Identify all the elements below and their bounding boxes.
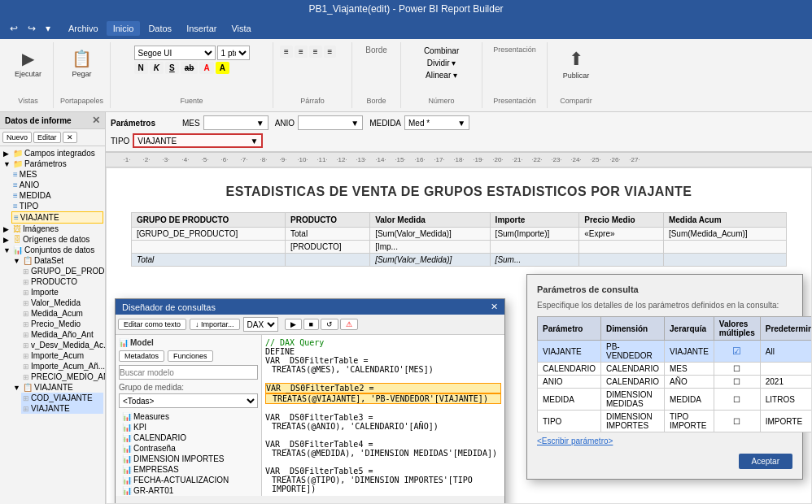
ejecutar-button[interactable]: ▶ Ejecutar: [10, 46, 46, 81]
tree-measures[interactable]: 📊Measures: [119, 411, 258, 422]
param-medida[interactable]: ≡ MEDIDA: [11, 190, 103, 201]
param-tipo[interactable]: ≡ TIPO: [11, 201, 103, 211]
tree-gr-art01[interactable]: 📊GR-ART01: [119, 485, 258, 496]
params-row-medida[interactable]: MEDIDA DIMENSION MEDIDAS MEDIDA ☐ LITROS: [538, 389, 813, 411]
tree-item-imagenes[interactable]: ▶ 🖼 Imágenes: [2, 224, 103, 234]
tree-calendario[interactable]: 📊CALENDARIO: [119, 432, 258, 443]
param-viajante[interactable]: ≡ VIAJANTE: [11, 211, 103, 224]
field-producto[interactable]: ⊞PRODUCTO: [21, 276, 103, 287]
medida-dropdown[interactable]: Med *▼: [404, 115, 469, 130]
highlight-button[interactable]: A: [216, 62, 229, 74]
justify-button[interactable]: ≡: [324, 46, 337, 58]
cancel-query-btn[interactable]: ■: [303, 319, 319, 330]
bold-button[interactable]: N: [134, 62, 148, 74]
align-right-button[interactable]: ≡: [309, 46, 322, 58]
tipo-dropdown[interactable]: VIAJANTE▼: [133, 133, 263, 148]
param-multi-calendario[interactable]: ☐: [714, 363, 760, 376]
refresh-btn[interactable]: ↺: [321, 319, 338, 330]
mes-dropdown[interactable]: ▼: [203, 115, 268, 130]
field-importe-acum-an[interactable]: ⊞Importe_Acum_Añ...: [21, 361, 103, 371]
qd-close[interactable]: ✕: [491, 302, 498, 312]
panel-close[interactable]: ✕: [92, 115, 100, 126]
menu-inicio[interactable]: Inicio: [107, 21, 141, 36]
font-color-button[interactable]: A: [199, 62, 213, 74]
field-precio-medio-ano[interactable]: ⊞PRECIO_MEDIO_AÑO...: [21, 371, 103, 382]
font-size-select[interactable]: 1 pto: [217, 46, 250, 60]
menu-vista[interactable]: Vista: [225, 21, 257, 36]
dividir-button[interactable]: Dividir ▾: [424, 58, 460, 68]
expand-origenes[interactable]: ▶: [3, 236, 11, 244]
add-param-link[interactable]: <Escribir parámetro>: [537, 437, 613, 445]
expand-parametros[interactable]: ▼: [3, 160, 11, 168]
param-multi-medida[interactable]: ☐: [714, 389, 760, 411]
params-row-viajante[interactable]: VIAJANTE PB-VENDEDOR VIAJANTE ☑ All: [538, 341, 813, 363]
accept-button[interactable]: Aceptar: [739, 454, 792, 469]
menu-archivo[interactable]: Archivo: [62, 21, 105, 36]
param-multi-anio[interactable]: ☐: [714, 376, 760, 389]
field-viajante[interactable]: ⊞VIAJANTE: [21, 403, 103, 414]
delete-button[interactable]: ✕: [63, 132, 77, 143]
group-select[interactable]: <Todas>: [119, 393, 258, 408]
functions-btn[interactable]: Funciones: [168, 350, 213, 362]
strikethrough-button[interactable]: ab: [181, 62, 199, 74]
tree-contrasena[interactable]: 📊Contraseña: [119, 443, 258, 454]
field-cod-viajante[interactable]: ⊞COD_VIAJANTE: [21, 393, 103, 403]
tree-dim-importes[interactable]: 📊DIMENSION IMPORTES: [119, 454, 258, 464]
search-model-input[interactable]: [119, 365, 258, 380]
expand-campos[interactable]: ▶: [3, 150, 11, 158]
tree-empresas[interactable]: 📊EMPRESAS: [119, 464, 258, 475]
underline-button[interactable]: S: [165, 62, 179, 74]
params-row-tipo[interactable]: TIPO DIMENSION IMPORTES TIPO IMPORTE ☐ I…: [538, 411, 813, 432]
dropdown-icon[interactable]: ▾: [42, 21, 54, 36]
param-multi-tipo[interactable]: ☐: [714, 411, 760, 432]
field-medida-acum[interactable]: ⊞Medida_Acum: [21, 308, 103, 319]
align-center-button[interactable]: ≡: [295, 46, 308, 58]
import-btn[interactable]: ↓ Importar...: [190, 319, 240, 330]
italic-button[interactable]: K: [150, 62, 164, 74]
font-family-select[interactable]: Segoe UI: [134, 46, 216, 60]
expand-conjuntos[interactable]: ▼: [3, 246, 11, 254]
anio-dropdown[interactable]: ▼: [298, 115, 363, 130]
tree-item-parametros[interactable]: ▼ 📁 Parámetros: [2, 159, 103, 169]
param-anio[interactable]: ≡ ANIO: [11, 180, 103, 190]
params-row-calendario[interactable]: CALENDARIO CALENDARIO MES ☐: [538, 363, 813, 376]
language-select[interactable]: DAX: [243, 317, 278, 332]
undo-icon[interactable]: ↩: [7, 21, 21, 36]
field-importe[interactable]: ⊞Importe: [21, 287, 103, 298]
new-button[interactable]: Nuevo: [2, 132, 32, 143]
tree-item-campos[interactable]: ▶ 📁 Campos integrados: [2, 148, 103, 159]
align-left-button[interactable]: ≡: [280, 46, 293, 58]
field-grupo[interactable]: ⊞GRUPO_DE_PRODUC...: [21, 266, 103, 276]
edit-as-text-btn[interactable]: Editar como texto: [118, 319, 186, 330]
run-query-btn[interactable]: ▶: [285, 319, 302, 330]
tree-fecha[interactable]: 📊FECHA-ACTUALIZACION: [119, 475, 258, 485]
expand-dataset[interactable]: ▼: [13, 257, 21, 265]
expand-viajante[interactable]: ▼: [13, 384, 21, 392]
tree-item-origenes[interactable]: ▶ 🗄 Orígenes de datos: [2, 234, 103, 245]
field-importe-acum[interactable]: ⊞Importe_Acum: [21, 350, 103, 361]
combinar-button[interactable]: Combinar: [421, 46, 462, 56]
qd-code-editor[interactable]: // DAX Query DEFINE VAR _DS0FilterTable …: [262, 335, 504, 496]
field-valor[interactable]: ⊞Valor_Medida: [21, 298, 103, 308]
alinear-button[interactable]: Alinear ▾: [422, 70, 461, 80]
params-row-anio[interactable]: ANIO CALENDARIO AÑO ☐ 2021: [538, 376, 813, 389]
qd-model-section[interactable]: 📊 Model: [119, 338, 258, 347]
field-desv[interactable]: ⊞v_Desv_Medida_Ac...: [21, 340, 103, 350]
metadata-btn[interactable]: Metadatos: [119, 350, 164, 362]
param-multi-viajante[interactable]: ☑: [714, 341, 760, 363]
redo-icon[interactable]: ↪: [24, 21, 39, 36]
dataset-viajante[interactable]: ▼ 📋 VIAJANTE: [11, 382, 103, 393]
field-precio[interactable]: ⊞Precio_Medio: [21, 319, 103, 329]
publicar-button[interactable]: ⬆ Publicar: [558, 46, 595, 83]
param-mes[interactable]: ≡ MES: [11, 169, 103, 180]
tree-item-conjuntos[interactable]: ▼ 📊 Conjuntos de datos: [2, 245, 103, 255]
tree-kpi[interactable]: 📊KPI: [119, 422, 258, 432]
expand-imagenes[interactable]: ▶: [3, 225, 11, 233]
field-medida-ant[interactable]: ⊞Medida_Año_Ant: [21, 329, 103, 340]
warning-btn[interactable]: ⚠: [340, 319, 358, 330]
dataset-main[interactable]: ▼ 📋 DataSet: [11, 255, 103, 266]
edit-button[interactable]: Editar: [33, 132, 61, 143]
menu-insertar[interactable]: Insertar: [180, 21, 223, 36]
pegar-button[interactable]: 📋 Pegar: [67, 46, 97, 81]
menu-datos[interactable]: Datos: [142, 21, 178, 36]
